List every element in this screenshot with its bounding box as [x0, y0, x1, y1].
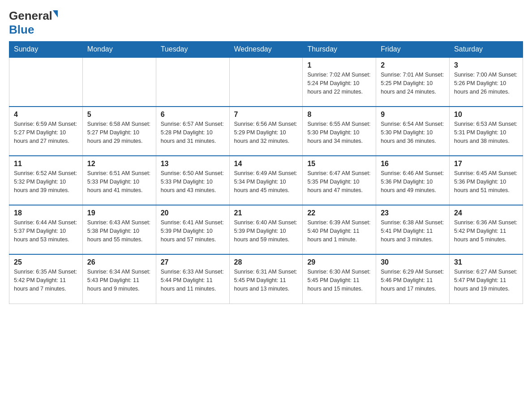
day-number: 24: [454, 209, 518, 217]
calendar-day-cell: [82, 57, 156, 107]
day-info: Sunrise: 6:41 AM Sunset: 5:39 PM Dayligh…: [161, 218, 225, 244]
day-info: Sunrise: 6:43 AM Sunset: 5:38 PM Dayligh…: [87, 218, 151, 244]
day-info: Sunrise: 6:58 AM Sunset: 5:27 PM Dayligh…: [87, 120, 151, 145]
calendar-day-cell: 28Sunrise: 6:31 AM Sunset: 5:45 PM Dayli…: [229, 254, 303, 304]
day-number: 3: [454, 61, 518, 69]
day-info: Sunrise: 6:38 AM Sunset: 5:41 PM Dayligh…: [381, 218, 445, 244]
day-info: Sunrise: 6:44 AM Sunset: 5:37 PM Dayligh…: [14, 218, 78, 244]
day-info: Sunrise: 6:34 AM Sunset: 5:43 PM Dayligh…: [87, 268, 151, 293]
day-info: Sunrise: 6:39 AM Sunset: 5:40 PM Dayligh…: [307, 218, 371, 244]
calendar-day-header: Wednesday: [229, 42, 303, 58]
calendar-day-cell: 2Sunrise: 7:01 AM Sunset: 5:25 PM Daylig…: [376, 57, 450, 107]
day-info: Sunrise: 6:33 AM Sunset: 5:44 PM Dayligh…: [161, 268, 225, 293]
day-info: Sunrise: 6:46 AM Sunset: 5:36 PM Dayligh…: [381, 169, 445, 194]
day-info: Sunrise: 6:53 AM Sunset: 5:31 PM Dayligh…: [454, 120, 518, 145]
calendar-header-row: SundayMondayTuesdayWednesdayThursdayFrid…: [9, 42, 523, 58]
day-number: 27: [161, 258, 225, 266]
day-number: 21: [234, 209, 298, 217]
day-number: 10: [454, 111, 518, 119]
calendar-day-cell: 4Sunrise: 6:59 AM Sunset: 5:27 PM Daylig…: [9, 107, 83, 156]
calendar-day-cell: 27Sunrise: 6:33 AM Sunset: 5:44 PM Dayli…: [156, 254, 229, 304]
calendar-week-row: 4Sunrise: 6:59 AM Sunset: 5:27 PM Daylig…: [9, 107, 523, 156]
calendar-day-header: Tuesday: [156, 42, 229, 58]
day-number: 8: [307, 111, 371, 119]
calendar-day-cell: 17Sunrise: 6:45 AM Sunset: 5:36 PM Dayli…: [450, 156, 523, 205]
calendar-day-cell: 10Sunrise: 6:53 AM Sunset: 5:31 PM Dayli…: [450, 107, 523, 156]
calendar-day-cell: 22Sunrise: 6:39 AM Sunset: 5:40 PM Dayli…: [303, 205, 376, 254]
calendar-day-cell: [9, 57, 83, 107]
logo-text: General Blue: [9, 9, 58, 37]
calendar-day-cell: 30Sunrise: 6:29 AM Sunset: 5:46 PM Dayli…: [376, 254, 450, 304]
day-info: Sunrise: 6:35 AM Sunset: 5:42 PM Dayligh…: [14, 268, 78, 293]
calendar-day-cell: 8Sunrise: 6:55 AM Sunset: 5:30 PM Daylig…: [303, 107, 376, 156]
day-number: 11: [14, 160, 78, 168]
day-number: 15: [307, 160, 371, 168]
calendar-day-cell: 9Sunrise: 6:54 AM Sunset: 5:30 PM Daylig…: [376, 107, 450, 156]
calendar-day-cell: 21Sunrise: 6:40 AM Sunset: 5:39 PM Dayli…: [229, 205, 303, 254]
calendar-day-cell: 29Sunrise: 6:30 AM Sunset: 5:45 PM Dayli…: [303, 254, 376, 304]
day-info: Sunrise: 6:49 AM Sunset: 5:34 PM Dayligh…: [234, 169, 298, 194]
calendar-week-row: 18Sunrise: 6:44 AM Sunset: 5:37 PM Dayli…: [9, 205, 523, 254]
day-number: 20: [161, 209, 225, 217]
calendar-day-cell: 1Sunrise: 7:02 AM Sunset: 5:24 PM Daylig…: [303, 57, 376, 107]
day-number: 17: [454, 160, 518, 168]
day-info: Sunrise: 6:59 AM Sunset: 5:27 PM Dayligh…: [14, 120, 78, 145]
day-info: Sunrise: 6:56 AM Sunset: 5:29 PM Dayligh…: [234, 120, 298, 145]
day-number: 9: [381, 111, 445, 119]
calendar-day-cell: 19Sunrise: 6:43 AM Sunset: 5:38 PM Dayli…: [82, 205, 156, 254]
day-number: 1: [307, 61, 371, 69]
page-header: General Blue: [9, 9, 523, 37]
logo-triangle-icon: [53, 10, 58, 17]
calendar-day-cell: 23Sunrise: 6:38 AM Sunset: 5:41 PM Dayli…: [376, 205, 450, 254]
calendar-day-cell: 24Sunrise: 6:36 AM Sunset: 5:42 PM Dayli…: [450, 205, 523, 254]
calendar-day-cell: 6Sunrise: 6:57 AM Sunset: 5:28 PM Daylig…: [156, 107, 229, 156]
calendar-day-cell: 26Sunrise: 6:34 AM Sunset: 5:43 PM Dayli…: [82, 254, 156, 304]
day-number: 30: [381, 258, 445, 266]
day-number: 4: [14, 111, 78, 119]
day-info: Sunrise: 6:30 AM Sunset: 5:45 PM Dayligh…: [307, 268, 371, 293]
calendar-day-cell: 16Sunrise: 6:46 AM Sunset: 5:36 PM Dayli…: [376, 156, 450, 205]
day-info: Sunrise: 7:00 AM Sunset: 5:26 PM Dayligh…: [454, 71, 518, 96]
day-info: Sunrise: 6:27 AM Sunset: 5:47 PM Dayligh…: [454, 268, 518, 293]
calendar-day-cell: 12Sunrise: 6:51 AM Sunset: 5:33 PM Dayli…: [82, 156, 156, 205]
day-number: 14: [234, 160, 298, 168]
calendar-week-row: 1Sunrise: 7:02 AM Sunset: 5:24 PM Daylig…: [9, 57, 523, 107]
day-info: Sunrise: 6:36 AM Sunset: 5:42 PM Dayligh…: [454, 218, 518, 244]
calendar-day-header: Friday: [376, 42, 450, 58]
day-number: 12: [87, 160, 151, 168]
day-number: 13: [161, 160, 225, 168]
day-info: Sunrise: 6:54 AM Sunset: 5:30 PM Dayligh…: [381, 120, 445, 145]
calendar-day-cell: 18Sunrise: 6:44 AM Sunset: 5:37 PM Dayli…: [9, 205, 83, 254]
calendar-day-header: Saturday: [450, 42, 523, 58]
day-number: 23: [381, 209, 445, 217]
calendar-day-cell: 7Sunrise: 6:56 AM Sunset: 5:29 PM Daylig…: [229, 107, 303, 156]
day-info: Sunrise: 6:31 AM Sunset: 5:45 PM Dayligh…: [234, 268, 298, 293]
calendar-day-header: Thursday: [303, 42, 376, 58]
calendar-day-cell: 15Sunrise: 6:47 AM Sunset: 5:35 PM Dayli…: [303, 156, 376, 205]
day-info: Sunrise: 6:57 AM Sunset: 5:28 PM Dayligh…: [161, 120, 225, 145]
calendar-day-cell: 3Sunrise: 7:00 AM Sunset: 5:26 PM Daylig…: [450, 57, 523, 107]
logo: General Blue: [9, 9, 58, 37]
day-number: 26: [87, 258, 151, 266]
day-number: 25: [14, 258, 78, 266]
day-info: Sunrise: 6:52 AM Sunset: 5:32 PM Dayligh…: [14, 169, 78, 194]
day-number: 16: [381, 160, 445, 168]
day-info: Sunrise: 6:40 AM Sunset: 5:39 PM Dayligh…: [234, 218, 298, 244]
calendar-day-cell: [156, 57, 229, 107]
calendar-day-cell: 11Sunrise: 6:52 AM Sunset: 5:32 PM Dayli…: [9, 156, 83, 205]
day-number: 18: [14, 209, 78, 217]
day-info: Sunrise: 7:01 AM Sunset: 5:25 PM Dayligh…: [381, 71, 445, 96]
day-number: 5: [87, 111, 151, 119]
calendar-table: SundayMondayTuesdayWednesdayThursdayFrid…: [9, 41, 523, 304]
day-number: 6: [161, 111, 225, 119]
calendar-day-cell: [229, 57, 303, 107]
calendar-day-cell: 5Sunrise: 6:58 AM Sunset: 5:27 PM Daylig…: [82, 107, 156, 156]
calendar-day-cell: 31Sunrise: 6:27 AM Sunset: 5:47 PM Dayli…: [450, 254, 523, 304]
day-number: 2: [381, 61, 445, 69]
day-info: Sunrise: 6:55 AM Sunset: 5:30 PM Dayligh…: [307, 120, 371, 145]
calendar-week-row: 11Sunrise: 6:52 AM Sunset: 5:32 PM Dayli…: [9, 156, 523, 205]
calendar-day-header: Sunday: [9, 42, 83, 58]
calendar-day-cell: 13Sunrise: 6:50 AM Sunset: 5:33 PM Dayli…: [156, 156, 229, 205]
calendar-day-cell: 20Sunrise: 6:41 AM Sunset: 5:39 PM Dayli…: [156, 205, 229, 254]
day-info: Sunrise: 6:29 AM Sunset: 5:46 PM Dayligh…: [381, 268, 445, 293]
